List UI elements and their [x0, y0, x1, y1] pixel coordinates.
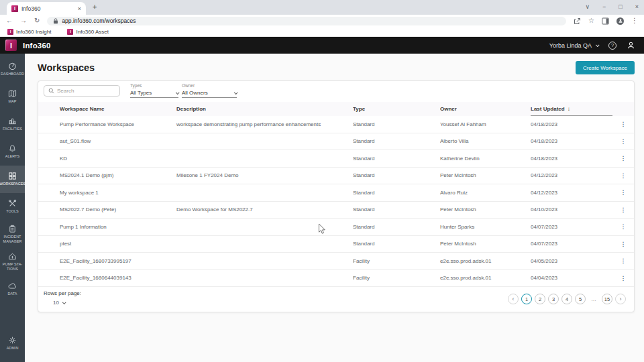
- new-tab-button[interactable]: +: [93, 3, 97, 11]
- page-number-button[interactable]: 15: [602, 294, 612, 304]
- table-row[interactable]: MS2024.1 Demo (pjm) Milesone 1 FY2024 De…: [38, 168, 634, 185]
- rows-per-page-select[interactable]: 10: [53, 300, 65, 306]
- create-workspace-button[interactable]: Create Workspace: [576, 61, 635, 74]
- column-header-type[interactable]: Type: [353, 102, 440, 116]
- bookmark-item[interactable]: I Info360 Asset: [67, 29, 108, 35]
- table-row[interactable]: My workspace 1 Standard Alvaro Ruiz 04/1…: [38, 184, 634, 202]
- previous-page-button[interactable]: ‹: [508, 294, 519, 304]
- description-cell: [176, 219, 353, 235]
- type-cell: Standard: [353, 236, 440, 253]
- table-row[interactable]: KD Standard Katherine Devlin 04/18/2023 …: [38, 150, 634, 168]
- clipboard-icon: [8, 225, 17, 233]
- page-number-button[interactable]: 3: [548, 294, 559, 304]
- column-header-owner[interactable]: Owner: [440, 102, 531, 116]
- sort-descending-icon: ↓: [568, 106, 570, 112]
- row-actions-kebab-icon[interactable]: ⋮: [617, 172, 630, 179]
- sidebar-item[interactable]: DATA: [0, 276, 25, 303]
- types-filter-value: All Types: [130, 90, 152, 96]
- tenant-selector[interactable]: Yorba Linda QA: [549, 42, 598, 49]
- row-actions-kebab-icon[interactable]: ⋮: [617, 206, 630, 213]
- type-cell: Standard: [353, 116, 440, 133]
- sidebar-item[interactable]: MAP: [0, 83, 25, 111]
- back-icon[interactable]: ←: [6, 17, 13, 24]
- table-row[interactable]: ptest Standard Peter McIntosh 04/07/2023…: [38, 236, 634, 253]
- user-icon[interactable]: [627, 41, 635, 50]
- page-number-button[interactable]: 5: [575, 294, 586, 304]
- description-cell: workspace demonstrating pump performance…: [176, 116, 353, 133]
- sidebar-item[interactable]: FACILITIES: [0, 111, 25, 138]
- help-icon[interactable]: ?: [608, 42, 616, 50]
- table-row[interactable]: MS2022.7 Demo (Pete) Demo Workspace for …: [38, 202, 634, 219]
- table-row[interactable]: Pump 1 Information Standard Hunter Spark…: [38, 219, 634, 236]
- window-control-icon[interactable]: □: [619, 3, 622, 10]
- page-number-button[interactable]: 4: [561, 294, 572, 304]
- owner-filter-label: Owner: [182, 83, 237, 88]
- share-icon[interactable]: [574, 17, 581, 25]
- column-header-workspace-name[interactable]: Workspace Name: [38, 102, 176, 116]
- forward-icon[interactable]: →: [20, 17, 27, 24]
- info360-logo: I: [5, 40, 17, 51]
- types-filter[interactable]: Types All Types: [130, 83, 178, 98]
- row-actions-kebab-icon[interactable]: ⋮: [617, 257, 630, 264]
- app-top-bar: I Info360 Yorba Linda QA ?: [0, 37, 644, 54]
- sidebar-item[interactable]: PUMP STA-TIONS: [0, 248, 25, 276]
- window-control-icon[interactable]: −: [602, 3, 606, 10]
- side-panel-icon[interactable]: [602, 17, 609, 25]
- row-actions-kebab-icon[interactable]: ⋮: [617, 121, 630, 127]
- sidebar-item[interactable]: TOOLS: [0, 193, 25, 221]
- bookmark-star-icon[interactable]: ☆: [588, 17, 594, 24]
- table-row[interactable]: Pump Performance Workspace workspace dem…: [38, 116, 634, 133]
- sidebar-item[interactable]: ADMIN: [0, 330, 25, 357]
- column-header-last-updated[interactable]: Last Updated ↓: [531, 102, 612, 116]
- window-control-icon[interactable]: ×: [635, 3, 639, 10]
- table-row[interactable]: E2E_Facility_1680733995197 Facility e2e.…: [38, 253, 634, 270]
- owner-cell: e2e.sso.prod.adsk.01: [440, 253, 531, 269]
- sidebar-item[interactable]: ALERTS: [0, 138, 25, 166]
- chevron-down-icon: [234, 90, 238, 95]
- reload-icon[interactable]: ↻: [34, 17, 40, 24]
- app-brand: Info360: [23, 42, 51, 50]
- page-number-button[interactable]: …: [588, 294, 599, 304]
- row-actions-kebab-icon[interactable]: ⋮: [617, 275, 630, 282]
- tab-close-icon[interactable]: ×: [78, 5, 81, 12]
- next-page-button[interactable]: ›: [615, 294, 626, 304]
- owner-cell: Alvaro Ruiz: [440, 184, 531, 201]
- row-actions-kebab-icon[interactable]: ⋮: [617, 189, 630, 196]
- workspace-name-cell: MS2022.7 Demo (Pete): [38, 202, 176, 219]
- browser-menu-kebab-icon[interactable]: ⋮: [631, 17, 638, 24]
- tools-icon: [8, 199, 17, 208]
- sidebar-item-label: DASHBOARD: [1, 72, 24, 76]
- search-icon: [48, 88, 54, 94]
- search-box[interactable]: [44, 85, 120, 97]
- row-actions-kebab-icon[interactable]: ⋮: [617, 223, 630, 230]
- types-filter-label: Types: [130, 83, 178, 88]
- browser-profile-avatar[interactable]: [616, 17, 624, 25]
- last-updated-cell: 04/07/2023: [531, 219, 612, 235]
- owner-filter[interactable]: Owner All Owners: [182, 83, 237, 98]
- url-bar[interactable]: app.info360.com/workspaces: [47, 17, 566, 25]
- browser-tab[interactable]: I Info360 ×: [7, 2, 86, 15]
- window-control-icon[interactable]: ∨: [585, 3, 590, 10]
- table-row[interactable]: aut_S01.flow Standard Alberto Villa 04/1…: [38, 133, 634, 151]
- workspace-name-cell: KD: [38, 150, 176, 167]
- row-actions-kebab-icon[interactable]: ⋮: [617, 155, 630, 162]
- description-cell: [176, 184, 353, 201]
- sidebar-item[interactable]: DASHBOARD: [0, 56, 25, 83]
- search-input[interactable]: [57, 88, 115, 94]
- sidebar-item[interactable]: INCIDENT MANAGER: [0, 221, 25, 248]
- workspace-name-cell: aut_S01.flow: [38, 133, 176, 150]
- page-number-button[interactable]: 1: [521, 294, 532, 304]
- table-row[interactable]: E2E_Facility_1680644039143 Facility e2e.…: [38, 270, 634, 288]
- row-actions-kebab-icon[interactable]: ⋮: [617, 138, 630, 145]
- sidebar-item[interactable]: WORKSPACES: [0, 166, 25, 193]
- bookmark-item[interactable]: I Info360 Insight: [7, 29, 51, 35]
- site-favicon: I: [11, 5, 18, 12]
- row-actions-kebab-icon[interactable]: ⋮: [617, 241, 630, 247]
- column-header-description[interactable]: Description: [176, 102, 353, 116]
- type-cell: Standard: [353, 184, 440, 201]
- workspace-name-cell: Pump 1 Information: [38, 219, 176, 235]
- type-cell: Standard: [353, 150, 440, 167]
- page-number-button[interactable]: 2: [535, 294, 545, 304]
- workspace-name-cell: ptest: [38, 236, 176, 253]
- bookmark-favicon: I: [7, 29, 13, 35]
